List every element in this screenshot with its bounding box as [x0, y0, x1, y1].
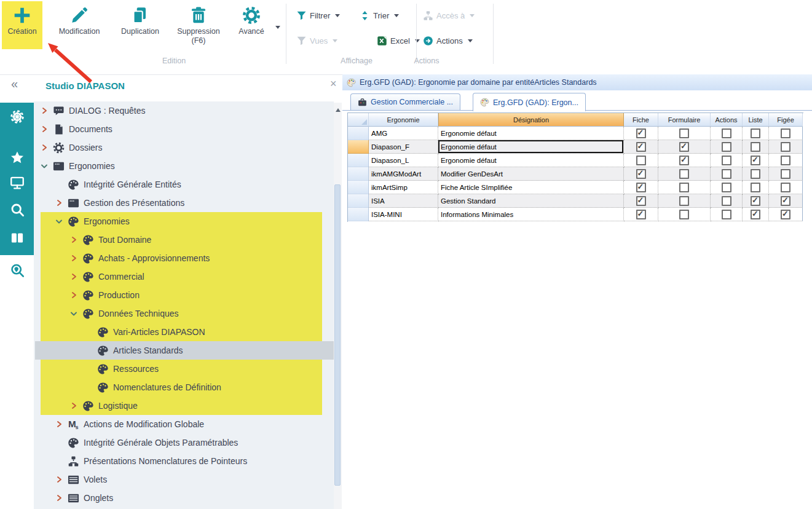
- checkbox-formulaire[interactable]: [679, 169, 689, 179]
- select-all-corner-cell[interactable]: [348, 113, 369, 127]
- checkbox-formulaire[interactable]: [679, 210, 689, 219]
- cell-ikmartsimp-ergonomie[interactable]: ikmArtSimp: [369, 181, 438, 194]
- row-header-ikmamgmodart[interactable]: [348, 167, 369, 181]
- chevron-down-icon[interactable]: [70, 310, 77, 317]
- tree-item-donn-es-techniques[interactable]: Données Techniques: [34, 304, 334, 323]
- cell-diapason-l-ergonomie[interactable]: Diapason_L: [369, 154, 438, 167]
- column-header-fig-e[interactable]: Figée: [769, 113, 803, 127]
- checkbox-actions[interactable]: [722, 142, 731, 152]
- tab-gestion-commerciale[interactable]: Gestion Commerciale ...: [350, 93, 460, 110]
- checkbox-figee[interactable]: [781, 156, 790, 165]
- checkbox-fiche[interactable]: [636, 142, 646, 152]
- cell-ikmamgmodart-ergonomie[interactable]: ikmAMGModArt: [369, 167, 438, 181]
- column-header-liste[interactable]: Liste: [743, 113, 769, 127]
- chevron-right-icon[interactable]: [70, 402, 77, 409]
- row-header-ikmartsimp[interactable]: [348, 181, 369, 194]
- cell-isia-designation[interactable]: Gestion Standard: [438, 194, 624, 208]
- checkbox-fiche[interactable]: [636, 156, 646, 165]
- collapse-sidebar-button[interactable]: «: [11, 77, 18, 90]
- chevron-down-icon[interactable]: [55, 218, 63, 225]
- excel-dropdown-caret[interactable]: [415, 39, 420, 42]
- filtrer-button[interactable]: Filtrer: [296, 9, 340, 22]
- cell-ikmamgmodart-designation[interactable]: Modifier GenDesArt: [438, 167, 624, 181]
- tree-item-int-grit-g-n-rale-objets-param-trables[interactable]: Intégrité Générale Objets Paramétrables: [34, 433, 334, 452]
- tree-item-volets[interactable]: Volets: [34, 470, 334, 489]
- chevron-right-icon[interactable]: [55, 199, 63, 207]
- checkbox-formulaire[interactable]: [679, 183, 689, 192]
- row-header-diapason-f[interactable]: [348, 140, 369, 154]
- cell-diapason-f-designation[interactable]: Ergonomie défaut: [438, 140, 624, 154]
- avance-dropdown-caret[interactable]: [275, 26, 280, 29]
- excel-button[interactable]: Excel: [377, 34, 420, 47]
- rail-wheel-button[interactable]: [0, 103, 34, 130]
- modification-button[interactable]: Modification: [44, 1, 114, 49]
- tree-item-logistique[interactable]: Logistique: [34, 397, 334, 415]
- acces-a-button[interactable]: Accès à: [423, 9, 475, 22]
- checkbox-liste[interactable]: [751, 169, 760, 179]
- checkbox-fiche[interactable]: [636, 210, 646, 219]
- column-header-formulaire[interactable]: Formulaire: [658, 113, 711, 127]
- avance-button[interactable]: Avancé: [232, 1, 270, 49]
- row-header-amg[interactable]: [348, 127, 369, 140]
- actions-button[interactable]: Actions: [423, 34, 473, 47]
- chevron-right-icon[interactable]: [55, 420, 63, 428]
- tree-item-actions-de-modification-globale[interactable]: MsActions de Modification Globale: [34, 415, 334, 433]
- checkbox-actions[interactable]: [722, 183, 731, 192]
- checkbox-figee[interactable]: [781, 210, 790, 219]
- duplication-button[interactable]: Duplication: [116, 1, 165, 49]
- cell-ikmartsimp-designation[interactable]: Fiche Article SImplifiée: [438, 181, 624, 194]
- column-header-d-signation[interactable]: Désignation: [438, 113, 624, 127]
- tree-item-achats-approvisionnements[interactable]: Achats - Approvisionnements: [34, 249, 334, 267]
- tree-item-onglets[interactable]: Onglets: [34, 489, 334, 507]
- creation-button[interactable]: Création: [2, 1, 42, 49]
- checkbox-actions[interactable]: [722, 128, 731, 138]
- checkbox-figee[interactable]: [781, 128, 790, 138]
- checkbox-actions[interactable]: [722, 156, 731, 165]
- chevron-right-icon[interactable]: [70, 254, 77, 262]
- rail-star-button[interactable]: [0, 144, 34, 172]
- checkbox-formulaire[interactable]: [679, 156, 689, 165]
- chevron-down-icon[interactable]: [41, 162, 48, 170]
- tree-item-vari-articles-diapason[interactable]: Vari-Articles DIAPASON: [34, 323, 334, 341]
- cell-amg-ergonomie[interactable]: AMG: [369, 127, 438, 140]
- chevron-right-icon[interactable]: [70, 291, 77, 299]
- checkbox-actions[interactable]: [722, 196, 731, 206]
- tree-item-articles-standards[interactable]: Articles Standards: [34, 341, 334, 360]
- cell-isia-ergonomie[interactable]: ISIA: [369, 194, 438, 208]
- tree-item-dialog-requ-tes[interactable]: DIALOG : Requêtes: [34, 101, 334, 120]
- chevron-right-icon[interactable]: [41, 107, 48, 114]
- tree-item-ergonomies[interactable]: Ergonomies: [34, 157, 334, 175]
- row-header-isia-mini[interactable]: [348, 208, 369, 221]
- checkbox-figee[interactable]: [781, 142, 790, 152]
- checkbox-figee[interactable]: [781, 169, 790, 179]
- tree-item-production[interactable]: Production: [34, 286, 334, 304]
- checkbox-fiche[interactable]: [636, 128, 646, 138]
- tree-item-pr-sentations-nomenclatures-de-pointeurs[interactable]: Présentations Nomenclatures de Pointeurs: [34, 452, 334, 470]
- checkbox-liste[interactable]: [751, 128, 760, 138]
- tree-item-ergonomies[interactable]: Ergonomies: [34, 212, 334, 231]
- close-sidebar-button[interactable]: ×: [330, 78, 337, 89]
- checkbox-fiche[interactable]: [636, 196, 646, 206]
- tree-item-gestion-des-pr-sentations[interactable]: Gestion des Présentations: [34, 194, 334, 212]
- rail-monitor-button[interactable]: [0, 169, 34, 196]
- tab-erg-gfd-gad-ergon[interactable]: Erg.GFD (GAD): Ergon...: [473, 93, 586, 111]
- checkbox-fiche[interactable]: [636, 183, 646, 192]
- checkbox-fiche[interactable]: [636, 169, 646, 179]
- chevron-right-icon[interactable]: [41, 125, 48, 133]
- row-header-diapason-l[interactable]: [348, 154, 369, 167]
- chevron-right-icon[interactable]: [70, 273, 77, 280]
- checkbox-figee[interactable]: [781, 183, 790, 192]
- tree-item-ressources[interactable]: Ressources: [34, 360, 334, 378]
- rail-pin-search-button[interactable]: [0, 257, 34, 284]
- checkbox-figee[interactable]: [781, 196, 790, 206]
- tree-item-nomenclatures-de-d-finition[interactable]: Nomenclatures de Définition: [34, 378, 334, 397]
- chevron-right-icon[interactable]: [55, 476, 63, 483]
- checkbox-liste[interactable]: [751, 183, 760, 192]
- column-header-ergonomie[interactable]: Ergonomie: [369, 113, 438, 127]
- trier-button[interactable]: Trier: [360, 9, 399, 22]
- checkbox-liste[interactable]: [751, 210, 760, 219]
- cell-isia-mini-designation[interactable]: Informations Minimales: [438, 208, 624, 221]
- checkbox-liste[interactable]: [751, 156, 760, 165]
- checkbox-formulaire[interactable]: [679, 196, 689, 206]
- chevron-right-icon[interactable]: [70, 236, 77, 243]
